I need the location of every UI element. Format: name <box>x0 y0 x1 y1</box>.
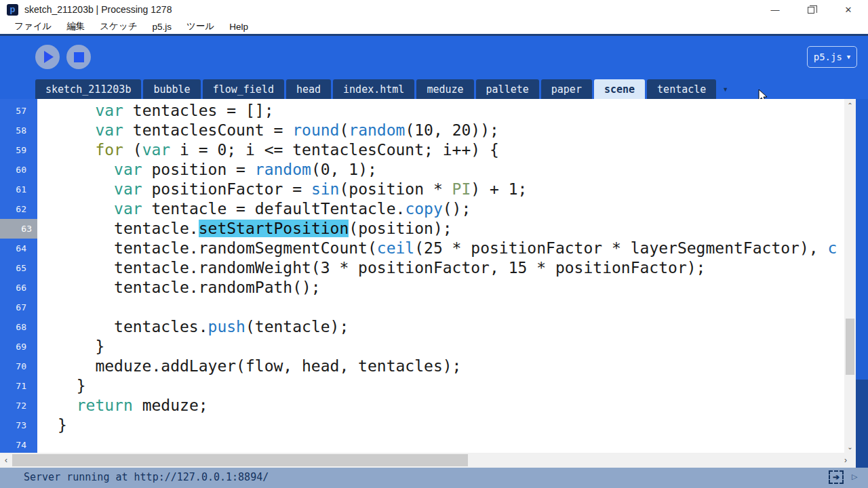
code-line-68: tentacles.push(tentacle); <box>58 317 349 337</box>
minimize-button[interactable]: — <box>760 0 791 19</box>
code-area[interactable]: var tentacles = []; var tentaclesCount =… <box>37 99 844 453</box>
line-number: 60 <box>0 160 32 180</box>
tab-overflow-button[interactable]: ▼ <box>718 79 732 99</box>
line-number: 70 <box>0 357 32 376</box>
mode-selector-button[interactable]: p5.js ▼ <box>807 46 857 68</box>
title-bar: p sketch_211203b | Processing 1278 — ✕ <box>0 0 868 19</box>
console-toggle-icon[interactable]: ➔ <box>829 470 844 484</box>
code-line-63: tentacle.setStartPosition(position); <box>58 219 452 239</box>
code-line-58: var tentaclesCount = round(random(10, 20… <box>58 121 499 140</box>
line-number: 67 <box>0 298 32 317</box>
menu-item-ツール[interactable]: ツール <box>179 19 222 34</box>
code-line-65: tentacle.randomWeight(3 * positionFactor… <box>58 258 705 278</box>
horizontal-scrollbar[interactable]: ‹ › <box>0 453 856 468</box>
line-number: 71 <box>0 376 32 396</box>
code-line-71: } <box>58 376 86 396</box>
play-icon <box>44 51 54 63</box>
vertical-scrollbar[interactable]: ⌃ ⌄ <box>844 99 856 453</box>
line-number: 69 <box>0 337 32 357</box>
line-number: 66 <box>0 278 32 298</box>
scroll-down-arrow[interactable]: ⌄ <box>844 441 856 453</box>
line-number: 73 <box>0 415 32 435</box>
code-line-70: meduze.addLayer(flow, head, tentacles); <box>58 357 461 376</box>
menu-item-ファイル[interactable]: ファイル <box>7 19 59 34</box>
tab-paper[interactable]: paper <box>541 79 592 99</box>
tab-tentacle[interactable]: tentacle <box>647 79 716 99</box>
line-number: 58 <box>0 121 32 140</box>
menu-item-Help[interactable]: Help <box>222 19 256 34</box>
line-number: 72 <box>0 396 32 415</box>
maximize-button[interactable] <box>796 0 827 19</box>
tab-pallete[interactable]: pallete <box>476 79 539 99</box>
editor-right-frame <box>856 99 868 380</box>
tab-sketch_211203b[interactable]: sketch_211203b <box>35 79 141 99</box>
stop-icon <box>74 52 84 62</box>
restore-icon <box>808 7 814 14</box>
processing-window: p sketch_211203b | Processing 1278 — ✕ フ… <box>0 0 868 488</box>
menu-item-p5js[interactable]: p5.js <box>145 19 180 34</box>
tab-scene[interactable]: scene <box>594 79 645 99</box>
line-number: 59 <box>0 140 32 160</box>
tab-bubble[interactable]: bubble <box>143 79 200 99</box>
code-line-72: return meduze; <box>58 396 208 415</box>
scroll-right-arrow[interactable]: › <box>840 453 852 468</box>
chevron-down-icon: ▼ <box>847 54 850 60</box>
processing-logo-icon: p <box>7 4 18 16</box>
tab-flow_field[interactable]: flow_field <box>203 79 284 99</box>
line-number-gutter: 575859606162636465666768697071727374 <box>0 99 37 453</box>
code-line-66: tentacle.randomPath(); <box>58 278 321 298</box>
close-button[interactable]: ✕ <box>833 0 864 19</box>
tab-meduze[interactable]: meduze <box>416 79 473 99</box>
code-line-64: tentacle.randomSegmentCount(ceil(25 * po… <box>58 239 837 258</box>
menu-bar: ファイル編集スケッチp5.jsツールHelp <box>0 19 868 34</box>
line-number: 65 <box>0 258 32 278</box>
editor-right-frame-shade <box>856 380 868 468</box>
line-number: 57 <box>0 101 32 121</box>
code-line-62: var tentacle = defaultTentacle.copy(); <box>58 199 471 219</box>
code-line-60: var position = random(0, 1); <box>58 160 377 180</box>
code-line-73: } <box>58 415 67 435</box>
menu-item-編集[interactable]: 編集 <box>59 19 92 34</box>
code-editor[interactable]: 575859606162636465666768697071727374 var… <box>0 99 856 453</box>
line-number: 74 <box>0 435 32 453</box>
horizontal-scroll-thumb[interactable] <box>12 454 468 466</box>
scroll-left-arrow[interactable]: ‹ <box>0 453 12 468</box>
code-line-61: var positionFactor = sin(position * PI) … <box>58 180 527 199</box>
line-number-current: 63 <box>0 219 37 239</box>
selected-text[interactable]: setStartPosition <box>199 220 349 237</box>
mode-label: p5.js <box>814 52 842 62</box>
server-status-message: Server running at http://127.0.0.1:8894/ <box>24 471 269 483</box>
line-number: 61 <box>0 180 32 199</box>
code-line-59: for (var i = 0; i <= tentaclesCount; i++… <box>58 140 499 160</box>
line-number: 68 <box>0 317 32 337</box>
window-title: sketch_211203b | Processing 1278 <box>24 4 172 15</box>
status-bar: Server running at http://127.0.0.1:8894/… <box>0 468 868 488</box>
tab-index.html[interactable]: index.html <box>333 79 414 99</box>
line-number: 62 <box>0 199 32 219</box>
scroll-up-arrow[interactable]: ⌃ <box>844 99 856 111</box>
console-play-icon[interactable]: ▷ <box>852 472 857 481</box>
run-button[interactable] <box>35 45 60 69</box>
vertical-scroll-thumb[interactable] <box>846 319 854 375</box>
menu-item-スケッチ[interactable]: スケッチ <box>92 19 144 34</box>
code-line-69: } <box>58 337 104 357</box>
tab-head[interactable]: head <box>286 79 331 99</box>
tab-bar: sketch_211203bbubbleflow_fieldheadindex.… <box>0 78 868 99</box>
code-line-57: var tentacles = []; <box>58 101 274 121</box>
stop-button[interactable] <box>66 45 91 69</box>
line-number: 64 <box>0 239 32 258</box>
toolbar: p5.js ▼ <box>0 36 868 78</box>
